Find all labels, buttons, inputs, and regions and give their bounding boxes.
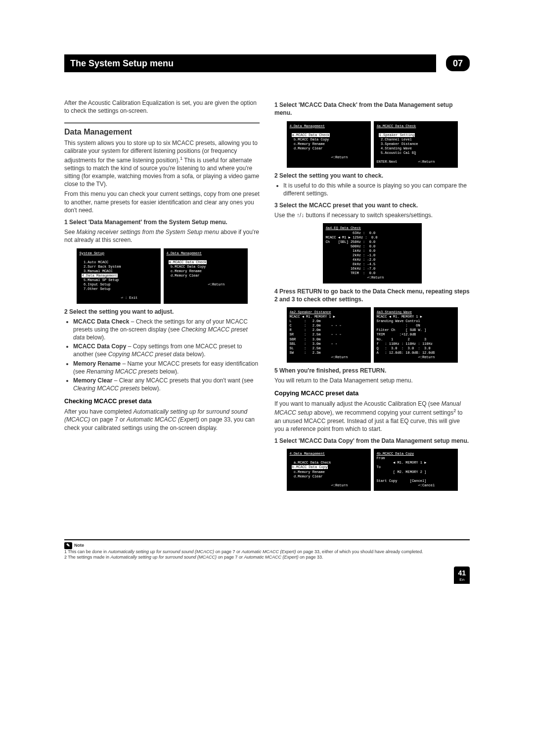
updown-icon: ↑/↓ xyxy=(297,212,304,219)
chk-step-3: 3 Select the MCACC preset that you want … xyxy=(274,201,470,209)
bullet-memory-clear: Memory Clear – Clear any MCACC presets t… xyxy=(73,377,260,392)
dm-paragraph-2: From this menu you can check your curren… xyxy=(64,190,260,214)
chk-step-2-sub: It is useful to do this while a source i… xyxy=(283,182,470,197)
dm-step-1-sub: See Making receiver settings from the Sy… xyxy=(64,228,260,244)
osd-standing-wave: 4a3.Standing Wave MCACC ◀ M1. MEMORY 1 ▶… xyxy=(374,307,458,363)
osd-eq-data-check: 4a4.EQ Data Check 63Hz : 0.0 MCACC ◀ M1 … xyxy=(323,223,422,283)
osd-data-management-3: 4.Data Management a.MCACC Data Check b.M… xyxy=(287,449,371,491)
intro-text: After the Acoustic Calibration Equalizat… xyxy=(64,99,260,115)
right-column: 1 Select 'MCACC Data Check' from the Dat… xyxy=(274,97,470,495)
left-column: After the Acoustic Calibration Equalizat… xyxy=(64,97,260,495)
note-icon: ✎ xyxy=(64,542,72,549)
checking-preset-text: After you have completed Automatically s… xyxy=(64,408,260,432)
chk-step-3-sub: Use the ↑/↓ buttons if necessary to swit… xyxy=(274,211,470,219)
chk-step-4: 4 Press RETURN to go back to the Data Ch… xyxy=(274,287,470,303)
footnote-1: 1 This can be done in Automatically sett… xyxy=(64,549,470,555)
chk-step-5: 5 When you're finished, press RETURN. xyxy=(274,367,470,375)
chapter-number: 07 xyxy=(446,55,470,71)
dm-step-1: 1 Select 'Data Management' from the Syst… xyxy=(64,218,260,226)
osd-data-check: 4a.MCACC Data Check 1.Speaker Setting 2.… xyxy=(374,121,458,168)
dm-step-2: 2 Select the setting you want to adjust. xyxy=(64,308,260,316)
osd-data-copy: 4b.MCACC Data Copy From ◀ M1. MEMORY 1 ▶… xyxy=(374,449,458,491)
section-title: The System Setup menu xyxy=(64,54,436,72)
osd-data-management: 4.Data Management a.MCACC Data Check b.M… xyxy=(164,248,248,304)
dm-paragraph-1: This system allows you to store up to si… xyxy=(64,139,260,188)
chk-step-5-sub: You will return to the Data Management s… xyxy=(274,377,470,384)
header-bar: The System Setup menu 07 xyxy=(64,54,470,72)
copying-preset-heading: Copying MCACC preset data xyxy=(274,389,470,398)
bullet-memory-rename: Memory Rename – Name your MCACC presets … xyxy=(73,360,260,376)
checking-preset-heading: Checking MCACC preset data xyxy=(64,397,260,406)
bullet-data-check: MCACC Data Check – Check the settings fo… xyxy=(73,318,260,342)
bullet-data-copy: MCACC Data Copy – Copy settings from one… xyxy=(73,342,260,358)
copy-step-1: 1 Select 'MCACC Data Copy' from the Data… xyxy=(274,437,470,445)
osd-data-management-2: 4.Data Management a.MCACC Data Check b.M… xyxy=(287,121,371,168)
osd-speaker-distance: 4a2.Speaker Distance MCACC ◀ M1. MEMORY … xyxy=(287,307,371,363)
page-number: 41 xyxy=(458,569,466,577)
osd-system-setup: System Setup 1.Auto MCACC 2.Surr Back Sy… xyxy=(77,248,161,304)
data-management-heading: Data Management xyxy=(64,122,260,138)
note-label: Note xyxy=(74,543,84,548)
footnotes: ✎Note 1 This can be done in Automaticall… xyxy=(64,539,470,584)
copying-preset-text: If you want to manually adjust the Acous… xyxy=(274,400,470,433)
page-number-box: 41 En xyxy=(454,567,470,584)
chk-step-2: 2 Select the setting you want to check. xyxy=(274,172,470,180)
setting-list: MCACC Data Check – Check the settings fo… xyxy=(73,318,260,393)
page-lang: En xyxy=(458,577,466,582)
chk-step-1: 1 Select 'MCACC Data Check' from the Dat… xyxy=(274,101,470,117)
footnote-2: 2 The settings made in Automatically set… xyxy=(64,555,470,561)
